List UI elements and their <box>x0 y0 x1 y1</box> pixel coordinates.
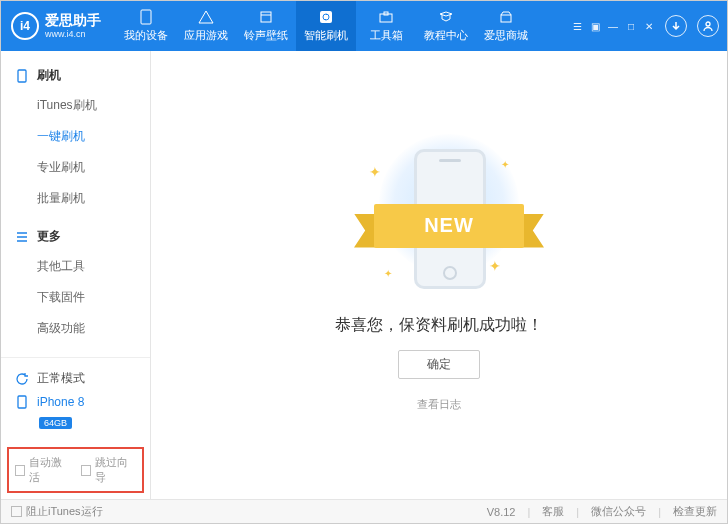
brand-url: www.i4.cn <box>45 29 101 39</box>
svg-rect-1 <box>261 12 271 22</box>
sidebar-group-flash[interactable]: 刷机 <box>1 61 150 90</box>
tab-ringtones[interactable]: 铃声壁纸 <box>236 1 296 51</box>
phone-icon <box>15 69 29 83</box>
titlebar: i4 爱思助手 www.i4.cn 我的设备 应用游戏 铃声壁纸 智能刷机 工具… <box>1 1 727 51</box>
list-icon <box>15 232 29 242</box>
maximize-icon[interactable]: □ <box>625 20 637 32</box>
sidebar-item-other-tools[interactable]: 其他工具 <box>1 251 150 282</box>
svg-rect-8 <box>18 396 26 408</box>
sidebar-item-download-fw[interactable]: 下载固件 <box>1 282 150 313</box>
tab-flash[interactable]: 智能刷机 <box>296 1 356 51</box>
svg-rect-7 <box>18 70 26 82</box>
checkbox-skip-guide[interactable]: 跳过向导 <box>81 455 137 485</box>
svg-rect-2 <box>320 11 332 23</box>
close-icon[interactable]: ✕ <box>643 20 655 32</box>
sidebar: 刷机 iTunes刷机 一键刷机 专业刷机 批量刷机 更多 其他工具 下载固件 … <box>1 51 151 499</box>
window-controls: ☰ ▣ — □ ✕ <box>571 15 727 37</box>
sidebar-device-status: 正常模式 iPhone 8 64GB <box>1 357 150 441</box>
statusbar: 阻止iTunes运行 V8.12 | 客服 | 微信公众号 | 检查更新 <box>1 499 727 523</box>
checkbox-auto-activate[interactable]: 自动激活 <box>15 455 71 485</box>
footer-link-wechat[interactable]: 微信公众号 <box>591 504 646 519</box>
tab-store[interactable]: 爱思商城 <box>476 1 536 51</box>
sidebar-item-pro-flash[interactable]: 专业刷机 <box>1 152 150 183</box>
refresh-icon <box>13 372 31 386</box>
confirm-button[interactable]: 确定 <box>398 350 480 379</box>
tab-apps[interactable]: 应用游戏 <box>176 1 236 51</box>
sidebar-options-highlight: 自动激活 跳过向导 <box>7 447 144 493</box>
main-tabs: 我的设备 应用游戏 铃声壁纸 智能刷机 工具箱 教程中心 爱思商城 <box>116 1 571 51</box>
content-area: NEW ✦✦✦✦ 恭喜您，保资料刷机成功啦！ 确定 查看日志 <box>151 51 727 499</box>
tab-tutorials[interactable]: 教程中心 <box>416 1 476 51</box>
svg-point-6 <box>706 22 710 26</box>
footer-link-support[interactable]: 客服 <box>542 504 564 519</box>
success-message: 恭喜您，保资料刷机成功啦！ <box>335 315 543 336</box>
brand-title: 爱思助手 <box>45 13 101 28</box>
svg-rect-0 <box>141 10 151 24</box>
menu-icon[interactable]: ☰ <box>571 20 583 32</box>
footer-link-update[interactable]: 检查更新 <box>673 504 717 519</box>
svg-rect-5 <box>501 15 511 22</box>
brand: i4 爱思助手 www.i4.cn <box>1 12 116 40</box>
ribbon-text: NEW <box>374 204 524 248</box>
checkbox-block-itunes[interactable]: 阻止iTunes运行 <box>11 504 103 519</box>
device-mode: 正常模式 <box>37 370 85 387</box>
storage-badge: 64GB <box>39 417 72 429</box>
success-illustration: NEW ✦✦✦✦ <box>329 139 549 299</box>
sidebar-item-batch-flash[interactable]: 批量刷机 <box>1 183 150 214</box>
sidebar-item-oneclick-flash[interactable]: 一键刷机 <box>1 121 150 152</box>
view-log-link[interactable]: 查看日志 <box>417 397 461 412</box>
user-icon[interactable] <box>697 15 719 37</box>
device-phone-icon <box>13 395 31 409</box>
sidebar-item-itunes-flash[interactable]: iTunes刷机 <box>1 90 150 121</box>
tab-toolbox[interactable]: 工具箱 <box>356 1 416 51</box>
device-model: iPhone 8 <box>37 395 84 409</box>
brand-logo: i4 <box>11 12 39 40</box>
minimize-icon[interactable]: — <box>607 20 619 32</box>
version-label: V8.12 <box>487 506 516 518</box>
tab-my-device[interactable]: 我的设备 <box>116 1 176 51</box>
download-icon[interactable] <box>665 15 687 37</box>
skin-icon[interactable]: ▣ <box>589 20 601 32</box>
sidebar-group-more[interactable]: 更多 <box>1 222 150 251</box>
sidebar-item-advanced[interactable]: 高级功能 <box>1 313 150 344</box>
